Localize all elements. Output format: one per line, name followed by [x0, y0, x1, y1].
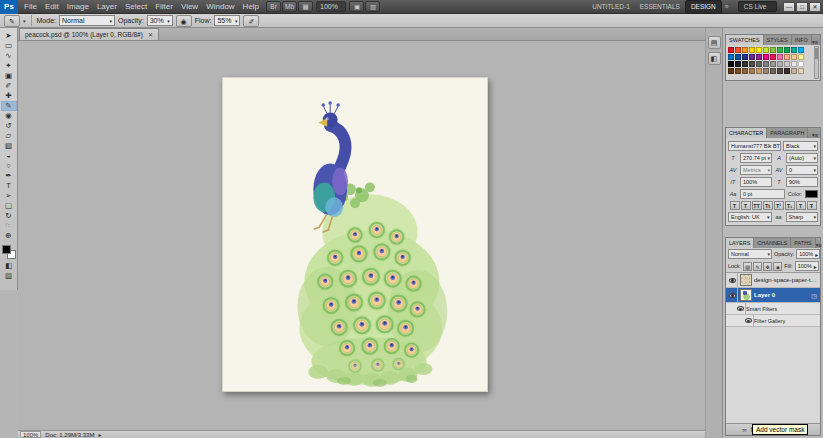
scrollbar[interactable]: [814, 46, 819, 79]
swatch-25[interactable]: [749, 61, 755, 67]
tab-swatches[interactable]: SWATCHES: [726, 35, 764, 45]
swatch-28[interactable]: [770, 61, 776, 67]
tool-quick-selection[interactable]: ✦: [1, 61, 17, 71]
minimize-button[interactable]: —: [783, 2, 795, 12]
language-select[interactable]: English: UK: [728, 212, 772, 222]
swatch-16[interactable]: [763, 54, 769, 60]
document-canvas[interactable]: [222, 77, 488, 392]
tool-history-brush[interactable]: ↺: [1, 121, 17, 131]
text-style-button-6[interactable]: T: [796, 201, 806, 210]
tool-spot-healing[interactable]: ✚: [1, 91, 17, 101]
swatch-37[interactable]: [756, 68, 762, 74]
maximize-button[interactable]: □: [796, 2, 808, 12]
lock-button-3[interactable]: ■: [773, 262, 782, 271]
tool-rectangular-marquee[interactable]: ▭: [1, 41, 17, 51]
swatch-38[interactable]: [763, 68, 769, 74]
text-style-button-2[interactable]: TT: [752, 201, 762, 210]
foreground-color-swatch[interactable]: [2, 245, 11, 254]
layer-fill-field[interactable]: 100%: [795, 261, 819, 271]
blend-mode-select[interactable]: Normal: [59, 15, 115, 26]
tool-eraser[interactable]: ▱: [1, 131, 17, 141]
arrange-documents-icon[interactable]: ▣: [349, 1, 364, 12]
swatch-34[interactable]: [735, 68, 741, 74]
swatch-33[interactable]: [728, 68, 734, 74]
swatch-30[interactable]: [784, 61, 790, 67]
tool-gradient[interactable]: ▧: [1, 141, 17, 151]
layer-row[interactable]: Layer 0◳: [726, 288, 820, 303]
swatch-10[interactable]: [798, 47, 804, 53]
layer-blend-mode-select[interactable]: Normal: [728, 249, 772, 259]
workspace-untitled-1[interactable]: UNTITLED-1: [587, 1, 635, 13]
tablet-pressure-opacity-icon[interactable]: ◉: [176, 15, 192, 27]
tool-eyedropper[interactable]: ✐: [1, 81, 17, 91]
tool-crop[interactable]: ▣: [1, 71, 17, 81]
swatch-22[interactable]: [728, 61, 734, 67]
tool-zoom[interactable]: ⊕: [1, 231, 17, 241]
swatch-20[interactable]: [791, 54, 797, 60]
menu-select[interactable]: Select: [121, 0, 151, 13]
visibility-toggle[interactable]: [727, 273, 738, 287]
swatch-36[interactable]: [749, 68, 755, 74]
tool-blur[interactable]: ◒: [1, 151, 17, 161]
swatch-35[interactable]: [742, 68, 748, 74]
tab-character[interactable]: CHARACTER: [726, 128, 767, 138]
swatch-3[interactable]: [749, 47, 755, 53]
swatch-5[interactable]: [763, 47, 769, 53]
canvas-pasteboard[interactable]: [18, 41, 705, 430]
menu-file[interactable]: File: [20, 0, 41, 13]
text-style-button-5[interactable]: T₁: [785, 201, 795, 210]
swatch-31[interactable]: [791, 61, 797, 67]
swatch-2[interactable]: [742, 47, 748, 53]
kerning-field[interactable]: Metrics: [740, 165, 772, 175]
swatch-32[interactable]: [798, 61, 804, 67]
workspace-design[interactable]: DESIGN: [685, 0, 722, 14]
tool-quick-mask[interactable]: ◧: [1, 261, 17, 271]
layer-row[interactable]: design-space-paper-texture...: [726, 273, 820, 288]
swatch-19[interactable]: [784, 54, 790, 60]
swatch-15[interactable]: [756, 54, 762, 60]
tool-path-selection[interactable]: ➢: [1, 191, 17, 201]
status-zoom-field[interactable]: 100%: [20, 431, 41, 438]
text-style-button-7[interactable]: Ŧ: [807, 201, 817, 210]
tab-paragraph[interactable]: PARAGRAPH: [767, 128, 808, 138]
tool-type[interactable]: T: [1, 181, 17, 191]
swatch-17[interactable]: [770, 54, 776, 60]
tool-pen[interactable]: ✒: [1, 171, 17, 181]
baseline-shift-field[interactable]: 0 pt: [740, 189, 785, 199]
tool-preset-picker[interactable]: ✎: [4, 15, 20, 27]
zoom-level-field[interactable]: 100%: [316, 1, 346, 12]
history-panel-icon[interactable]: ▤: [708, 36, 721, 49]
swatch-40[interactable]: [777, 68, 783, 74]
swatch-43[interactable]: [798, 68, 804, 74]
view-extras-icon[interactable]: ▦: [298, 1, 313, 12]
swatch-11[interactable]: [728, 54, 734, 60]
layer-opacity-field[interactable]: 100%: [796, 249, 820, 259]
properties-panel-icon[interactable]: ◧: [708, 52, 721, 65]
visibility-toggle[interactable]: [735, 303, 746, 314]
swatch-9[interactable]: [791, 47, 797, 53]
swatch-0[interactable]: [728, 47, 734, 53]
leading-field[interactable]: (Auto): [786, 153, 818, 163]
swatch-26[interactable]: [756, 61, 762, 67]
swatch-27[interactable]: [763, 61, 769, 67]
text-style-button-0[interactable]: T: [730, 201, 740, 210]
font-size-field[interactable]: 270.74 pt: [740, 153, 772, 163]
lock-button-0[interactable]: ▨: [743, 262, 752, 271]
swatch-13[interactable]: [742, 54, 748, 60]
layer-row[interactable]: Smart Filters: [726, 303, 820, 315]
swatch-1[interactable]: [735, 47, 741, 53]
lock-button-1[interactable]: ✎: [753, 262, 762, 271]
swatch-4[interactable]: [756, 47, 762, 53]
close-tab-icon[interactable]: [148, 31, 153, 38]
tool-dodge[interactable]: ○: [1, 161, 17, 171]
swatch-12[interactable]: [735, 54, 741, 60]
menu-layer[interactable]: Layer: [93, 0, 121, 13]
airbrush-icon[interactable]: ✐: [243, 15, 259, 27]
swatch-39[interactable]: [770, 68, 776, 74]
menu-edit[interactable]: Edit: [41, 0, 63, 13]
vertical-scale-field[interactable]: 100%: [740, 177, 772, 187]
font-style-select[interactable]: Black: [783, 141, 818, 151]
swatch-6[interactable]: [770, 47, 776, 53]
panel-menu-icon[interactable]: [812, 132, 820, 138]
swatch-42[interactable]: [791, 68, 797, 74]
